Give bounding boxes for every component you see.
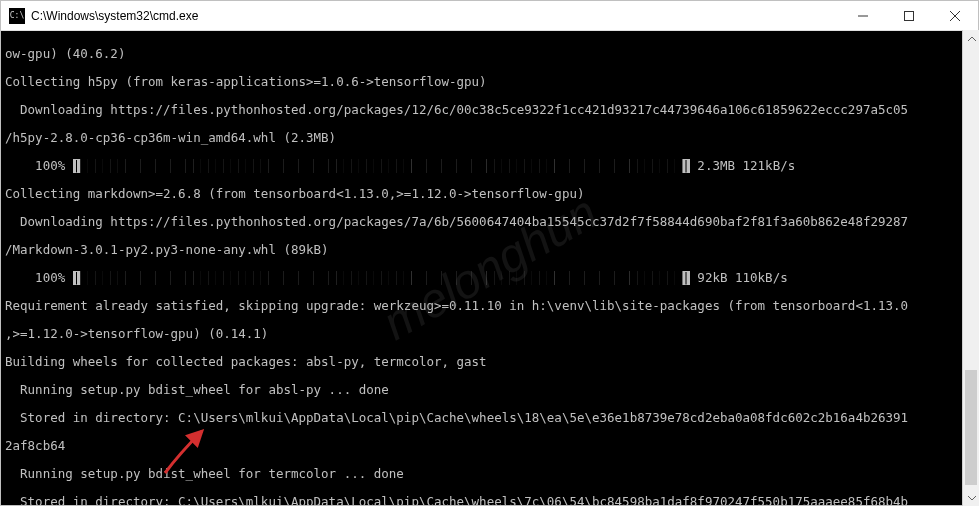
vertical-scrollbar[interactable]	[962, 30, 979, 506]
output-line: /Markdown-3.0.1-py2.py3-none-any.whl (89…	[5, 243, 974, 257]
window-controls	[840, 1, 978, 30]
output-line: 2af8cb64	[5, 439, 974, 453]
svg-rect-1	[905, 11, 914, 20]
output-line: Collecting h5py (from keras-applications…	[5, 75, 974, 89]
output-line: Downloading https://files.pythonhosted.o…	[5, 215, 974, 229]
output-line: ,>=1.12.0->tensorflow-gpu) (0.14.1)	[5, 327, 974, 341]
output-line: Building wheels for collected packages: …	[5, 355, 974, 369]
progress-line: 100% |██████████████████████████████████…	[5, 271, 974, 285]
output-line: Running setup.py bdist_wheel for termcol…	[5, 467, 974, 481]
terminal-output[interactable]: ow-gpu) (40.6.2) Collecting h5py (from k…	[1, 31, 978, 505]
cmd-icon: C:\	[9, 8, 25, 24]
output-line: ow-gpu) (40.6.2)	[5, 47, 974, 61]
progress-line: 100% |██████████████████████████████████…	[5, 159, 974, 173]
output-line: Collecting markdown>=2.6.8 (from tensorb…	[5, 187, 974, 201]
maximize-button[interactable]	[886, 1, 932, 30]
scroll-thumb[interactable]	[965, 370, 977, 485]
cmd-window: C:\ C:\Windows\system32\cmd.exe ow-gpu) …	[0, 0, 979, 506]
output-line: /h5py-2.8.0-cp36-cp36m-win_amd64.whl (2.…	[5, 131, 974, 145]
output-line: Requirement already satisfied, skipping …	[5, 299, 974, 313]
progress-bar: |███████████████████████████████████████…	[73, 271, 690, 285]
output-line: Stored in directory: C:\Users\mlkui\AppD…	[5, 495, 974, 505]
close-button[interactable]	[932, 1, 978, 30]
minimize-button[interactable]	[840, 1, 886, 30]
window-title: C:\Windows\system32\cmd.exe	[31, 9, 840, 23]
titlebar[interactable]: C:\ C:\Windows\system32\cmd.exe	[1, 1, 978, 31]
scroll-up-button[interactable]	[963, 30, 979, 47]
output-line: Running setup.py bdist_wheel for absl-py…	[5, 383, 974, 397]
progress-bar: |███████████████████████████████████████…	[73, 159, 690, 173]
scroll-down-button[interactable]	[963, 489, 979, 506]
output-line: Stored in directory: C:\Users\mlkui\AppD…	[5, 411, 974, 425]
output-line: Downloading https://files.pythonhosted.o…	[5, 103, 974, 117]
